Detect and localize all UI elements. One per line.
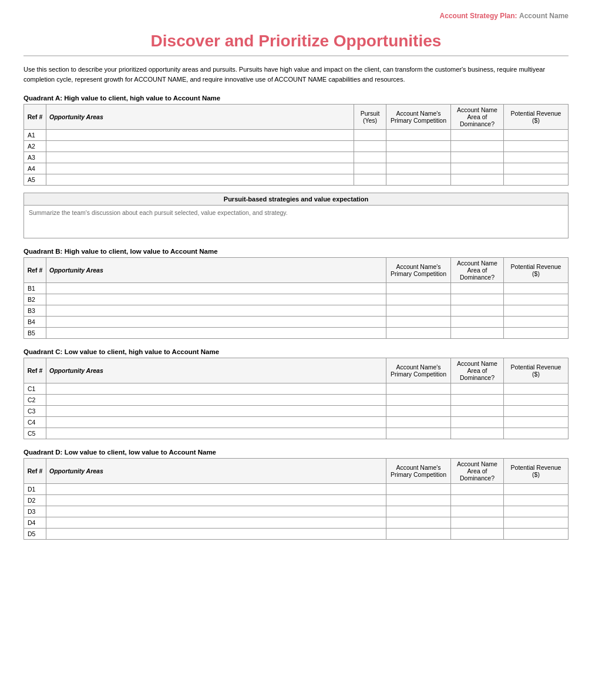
quadrant-b-title: Quadrant B: High value to client, low va…	[23, 248, 569, 255]
col-header-opportunity: Opportunity Areas	[46, 358, 386, 383]
col-header-ref: Ref #	[24, 459, 46, 484]
row-ref: B4	[24, 317, 46, 328]
table-row: C3	[24, 406, 569, 417]
header: Account Strategy Plan: Account Name	[23, 12, 569, 20]
row-ref: C4	[24, 417, 46, 428]
row-ref: A2	[24, 141, 46, 152]
title-divider	[23, 55, 569, 56]
quadrant-a-table: Ref # Opportunity Areas Pursuit (Yes) Ac…	[23, 104, 569, 186]
table-row: A4	[24, 163, 569, 174]
row-ref: B5	[24, 328, 46, 339]
row-ref: D2	[24, 495, 46, 506]
table-row: C4	[24, 417, 569, 428]
row-ref: A1	[24, 130, 46, 141]
col-header-dominance: Account Name Area of Dominance?	[451, 105, 504, 130]
table-row: C2	[24, 395, 569, 406]
col-header-dominance: Account Name Area of Dominance?	[451, 258, 504, 283]
row-ref: A4	[24, 163, 46, 174]
table-row: C1	[24, 383, 569, 395]
col-header-opportunity: Opportunity Areas	[46, 459, 386, 484]
table-row: A1	[24, 130, 569, 141]
intro-text: Use this section to describe your priori…	[23, 65, 569, 84]
table-header-row: Ref # Opportunity Areas Account Name's P…	[24, 459, 569, 484]
col-header-opportunity: Opportunity Areas	[46, 105, 354, 130]
col-header-opportunity: Opportunity Areas	[46, 258, 386, 283]
col-header-pursuit: Pursuit (Yes)	[354, 105, 386, 130]
table-row: B4	[24, 317, 569, 328]
table-row: B1	[24, 283, 569, 294]
row-ref: D4	[24, 517, 46, 529]
col-header-revenue: Potential Revenue ($)	[504, 105, 569, 130]
col-header-ref: Ref #	[24, 358, 46, 383]
page-title: Discover and Prioritize Opportunities	[23, 32, 569, 51]
col-header-revenue: Potential Revenue ($)	[504, 358, 569, 383]
col-header-revenue: Potential Revenue ($)	[504, 258, 569, 283]
row-ref: C1	[24, 383, 46, 395]
table-header-row: Ref # Opportunity Areas Account Name's P…	[24, 258, 569, 283]
col-header-competition: Account Name's Primary Competition	[386, 258, 451, 283]
row-ref: B2	[24, 294, 46, 305]
quadrant-c-title: Quadrant C: Low value to client, high va…	[23, 348, 569, 355]
row-ref: C2	[24, 395, 46, 406]
table-row: B3	[24, 305, 569, 317]
table-row: A2	[24, 141, 569, 152]
quadrant-a-title: Quadrant A: High value to client, high v…	[23, 95, 569, 102]
table-row: B2	[24, 294, 569, 305]
row-ref: A3	[24, 152, 46, 163]
table-row: C5	[24, 428, 569, 439]
table-row: D2	[24, 495, 569, 506]
table-row: D5	[24, 529, 569, 540]
row-ref: D3	[24, 506, 46, 517]
quadrant-d-title: Quadrant D: Low value to client, low val…	[23, 449, 569, 456]
quadrant-c-table: Ref # Opportunity Areas Account Name's P…	[23, 358, 569, 439]
pursuit-box: Pursuit-based strategies and value expec…	[23, 193, 569, 238]
col-header-dominance: Account Name Area of Dominance?	[451, 459, 504, 484]
row-ref: C5	[24, 428, 46, 439]
col-header-ref: Ref #	[24, 105, 46, 130]
col-header-revenue: Potential Revenue ($)	[504, 459, 569, 484]
row-ref: B3	[24, 305, 46, 317]
col-header-competition: Account Name's Primary Competition	[386, 105, 451, 130]
quadrant-b-table: Ref # Opportunity Areas Account Name's P…	[23, 257, 569, 339]
table-row: B5	[24, 328, 569, 339]
col-header-competition: Account Name's Primary Competition	[386, 459, 451, 484]
table-row: A5	[24, 174, 569, 186]
col-header-dominance: Account Name Area of Dominance?	[451, 358, 504, 383]
col-header-competition: Account Name's Primary Competition	[386, 358, 451, 383]
row-ref: C3	[24, 406, 46, 417]
quadrant-d-table: Ref # Opportunity Areas Account Name's P…	[23, 458, 569, 540]
row-ref: D5	[24, 529, 46, 540]
col-header-ref: Ref #	[24, 258, 46, 283]
row-ref: B1	[24, 283, 46, 294]
row-ref: A5	[24, 174, 46, 186]
table-row: D1	[24, 484, 569, 495]
table-row: D3	[24, 506, 569, 517]
table-header-row: Ref # Opportunity Areas Account Name's P…	[24, 358, 569, 383]
table-row: A3	[24, 152, 569, 163]
table-row: D4	[24, 517, 569, 529]
header-label: Account Strategy Plan:	[440, 12, 517, 20]
pursuit-box-body: Summarize the team's discussion about ea…	[24, 206, 568, 238]
header-account: Account Name	[519, 12, 569, 20]
table-header-row: Ref # Opportunity Areas Pursuit (Yes) Ac…	[24, 105, 569, 130]
pursuit-box-header: Pursuit-based strategies and value expec…	[24, 193, 568, 206]
row-ref: D1	[24, 484, 46, 495]
